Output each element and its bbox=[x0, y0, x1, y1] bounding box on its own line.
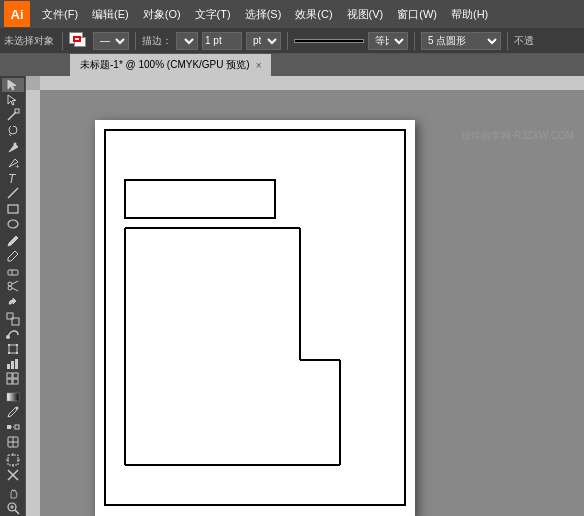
svg-rect-30 bbox=[7, 393, 19, 401]
svg-rect-25 bbox=[15, 359, 18, 369]
stroke-preview bbox=[294, 39, 364, 43]
svg-rect-32 bbox=[7, 425, 11, 429]
tool-pen[interactable] bbox=[2, 141, 24, 155]
svg-rect-7 bbox=[8, 205, 18, 213]
no-selection-label: 未选择对象 bbox=[4, 34, 54, 48]
stroke-width-label: 描边： bbox=[142, 34, 172, 48]
svg-point-3 bbox=[13, 143, 16, 146]
tool-magic-wand[interactable] bbox=[2, 108, 24, 122]
tool-paint-brush[interactable] bbox=[2, 234, 24, 248]
tool-eraser[interactable] bbox=[2, 264, 24, 278]
svg-rect-28 bbox=[7, 379, 12, 384]
menu-help[interactable]: 帮助(H) bbox=[445, 5, 494, 24]
tool-lasso[interactable] bbox=[2, 123, 24, 137]
doc-tab-bar: 未标题-1* @ 100% (CMYK/GPU 预览) × 软件自学网·RJZX… bbox=[0, 54, 584, 76]
menu-bar: 文件(F) 编辑(E) 对象(O) 文字(T) 选择(S) 效果(C) 视图(V… bbox=[36, 5, 494, 24]
ruler-left bbox=[26, 76, 40, 516]
menu-edit[interactable]: 编辑(E) bbox=[86, 5, 135, 24]
menu-object[interactable]: 对象(O) bbox=[137, 5, 187, 24]
svg-rect-19 bbox=[8, 344, 10, 346]
svg-line-44 bbox=[15, 510, 19, 514]
tool-artboard[interactable] bbox=[2, 453, 24, 467]
svg-rect-50 bbox=[125, 180, 275, 218]
title-bar: Ai 文件(F) 编辑(E) 对象(O) 文字(T) 选择(S) 效果(C) 视… bbox=[0, 0, 584, 28]
tool-rotate[interactable] bbox=[2, 297, 24, 311]
svg-point-17 bbox=[6, 335, 10, 339]
tool-live-paint[interactable] bbox=[2, 435, 24, 449]
svg-rect-48 bbox=[26, 76, 40, 516]
tool-eyedropper[interactable] bbox=[2, 405, 24, 419]
svg-point-12 bbox=[8, 286, 12, 290]
watermark-text: 软件自学网·RJZXW.COM bbox=[461, 129, 574, 143]
tool-pencil[interactable] bbox=[2, 249, 24, 263]
svg-point-8 bbox=[8, 220, 18, 228]
svg-point-11 bbox=[8, 282, 12, 286]
tool-rect[interactable] bbox=[2, 201, 24, 215]
menu-window[interactable]: 窗口(W) bbox=[391, 5, 443, 24]
toolbox: + T bbox=[0, 76, 26, 516]
tool-selection[interactable] bbox=[2, 78, 24, 92]
doc-tab-close[interactable]: × bbox=[256, 60, 262, 71]
svg-rect-20 bbox=[16, 344, 18, 346]
artboard-shapes bbox=[95, 120, 415, 516]
stroke-unit-select[interactable]: pt bbox=[246, 32, 281, 50]
tool-bar-chart[interactable] bbox=[2, 357, 24, 371]
svg-line-13 bbox=[12, 281, 18, 284]
menu-file[interactable]: 文件(F) bbox=[36, 5, 84, 24]
tool-scissors[interactable] bbox=[2, 279, 24, 293]
tool-blend[interactable] bbox=[2, 420, 24, 434]
svg-text:T: T bbox=[8, 172, 17, 185]
artboard bbox=[95, 120, 415, 516]
svg-line-2 bbox=[9, 134, 11, 136]
tool-grid[interactable] bbox=[2, 372, 24, 386]
svg-rect-22 bbox=[16, 352, 18, 354]
tool-scale[interactable] bbox=[2, 312, 24, 326]
stroke-ratio-select[interactable]: 等比 bbox=[368, 32, 408, 50]
fill-color-box[interactable] bbox=[69, 32, 89, 50]
tool-ellipse[interactable] bbox=[2, 216, 24, 230]
svg-rect-24 bbox=[11, 361, 14, 369]
tool-type[interactable]: T bbox=[2, 171, 24, 185]
svg-rect-36 bbox=[8, 455, 18, 465]
svg-rect-47 bbox=[40, 76, 584, 90]
opacity-label: 不透 bbox=[514, 34, 534, 48]
svg-rect-23 bbox=[7, 364, 10, 369]
tool-slice[interactable] bbox=[2, 468, 24, 482]
canvas-viewport[interactable] bbox=[40, 90, 584, 516]
stroke-style-select[interactable]: — bbox=[93, 32, 129, 50]
svg-rect-26 bbox=[7, 373, 12, 378]
svg-rect-49 bbox=[105, 130, 405, 505]
stroke-size-input[interactable]: 1 pt bbox=[202, 32, 242, 50]
menu-select[interactable]: 选择(S) bbox=[239, 5, 288, 24]
svg-rect-29 bbox=[13, 379, 18, 384]
menu-view[interactable]: 视图(V) bbox=[341, 5, 390, 24]
svg-rect-9 bbox=[8, 270, 18, 275]
control-toolbar: 未选择对象 — 描边： ◇ 1 pt pt 等比 5 点圆形 不透 bbox=[0, 28, 584, 54]
tool-gradient[interactable] bbox=[2, 390, 24, 404]
doc-tab-active[interactable]: 未标题-1* @ 100% (CMYK/GPU 预览) × bbox=[70, 54, 271, 76]
svg-rect-33 bbox=[15, 425, 19, 429]
tool-add-anchor[interactable]: + bbox=[2, 156, 24, 170]
ruler-corner bbox=[26, 76, 40, 90]
doc-tab-title: 未标题-1* @ 100% (CMYK/GPU 预览) bbox=[80, 58, 250, 72]
ruler-top: // rendered via SVG ticks below bbox=[40, 76, 584, 90]
tool-warp[interactable] bbox=[2, 327, 24, 341]
tool-hand[interactable] bbox=[2, 486, 24, 500]
tool-zoom[interactable] bbox=[2, 501, 24, 515]
tool-free-transform[interactable] bbox=[2, 342, 24, 356]
menu-type[interactable]: 文字(T) bbox=[189, 5, 237, 24]
app-logo: Ai bbox=[4, 1, 30, 27]
tool-line[interactable] bbox=[2, 186, 24, 200]
svg-rect-21 bbox=[8, 352, 10, 354]
svg-line-14 bbox=[12, 288, 18, 291]
brush-select[interactable]: 5 点圆形 bbox=[421, 32, 501, 50]
menu-effect[interactable]: 效果(C) bbox=[289, 5, 338, 24]
stroke-width-select[interactable]: ◇ bbox=[176, 32, 198, 50]
svg-point-31 bbox=[15, 407, 18, 410]
svg-text:+: + bbox=[15, 162, 20, 170]
tool-direct-select[interactable] bbox=[2, 93, 24, 107]
svg-rect-27 bbox=[13, 373, 18, 378]
svg-rect-18 bbox=[9, 345, 17, 353]
svg-line-6 bbox=[8, 188, 18, 198]
